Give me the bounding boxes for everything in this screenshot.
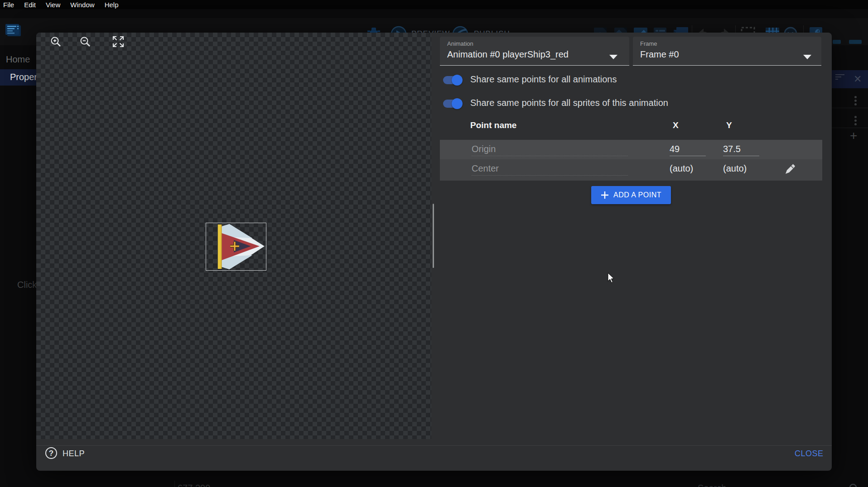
share-points-all-animations-label: Share same points for all animations bbox=[470, 74, 617, 85]
status-bar: 677,299 bbox=[0, 480, 868, 487]
point-x-field[interactable]: 49 bbox=[670, 144, 706, 156]
menu-view[interactable]: View bbox=[46, 1, 60, 9]
zoom-in-icon[interactable] bbox=[49, 35, 63, 49]
chevron-down-icon bbox=[609, 55, 617, 59]
point-y-field[interactable]: 37.5 bbox=[723, 144, 759, 156]
close-button[interactable]: CLOSE bbox=[795, 449, 824, 458]
table-row-origin: Origin 49 37.5 bbox=[440, 140, 822, 159]
menu-window[interactable]: Window bbox=[70, 1, 94, 9]
column-header-name: Point name bbox=[470, 120, 516, 130]
tab-properties-label: Proper bbox=[10, 72, 36, 82]
sprite-selection-rect[interactable] bbox=[206, 223, 266, 271]
row-separator bbox=[832, 108, 868, 108]
point-name: Center bbox=[472, 163, 628, 176]
row-separator bbox=[832, 128, 868, 128]
sprite-canvas[interactable] bbox=[36, 33, 431, 439]
plus-icon bbox=[601, 191, 609, 199]
column-header-y: Y bbox=[726, 120, 732, 130]
animation-select-label: Animation bbox=[447, 40, 473, 47]
toolbar-fragment bbox=[833, 40, 841, 44]
menu-edit[interactable]: Edit bbox=[24, 1, 36, 9]
panel-close-icon[interactable]: ✕ bbox=[854, 73, 862, 85]
share-points-all-sprites-label: Share same points for all sprites of thi… bbox=[470, 98, 668, 108]
point-name: Origin bbox=[472, 144, 628, 156]
add-point-button[interactable]: ADD A POINT bbox=[591, 186, 671, 204]
menu-file[interactable]: File bbox=[3, 1, 14, 9]
tab-properties[interactable]: Proper bbox=[0, 69, 36, 86]
chevron-down-icon bbox=[803, 55, 811, 59]
row-menu-icon[interactable] bbox=[854, 116, 857, 118]
column-header-x: X bbox=[673, 120, 679, 130]
menu-help[interactable]: Help bbox=[105, 1, 119, 9]
search-icon[interactable] bbox=[848, 482, 860, 487]
point-y-field[interactable]: (auto) bbox=[723, 163, 759, 175]
filter-icon[interactable] bbox=[835, 73, 844, 80]
help-button[interactable]: HELP bbox=[63, 449, 85, 458]
animation-select[interactable]: Animation Animation #0 playerShip3_red bbox=[440, 37, 629, 66]
share-points-all-sprites-toggle[interactable] bbox=[443, 100, 461, 108]
share-points-all-animations-toggle[interactable] bbox=[443, 76, 461, 84]
frame-select[interactable]: Frame Frame #0 bbox=[633, 37, 821, 66]
frame-select-label: Frame bbox=[640, 40, 657, 47]
statusbar-divider bbox=[174, 481, 175, 487]
zoom-out-icon[interactable] bbox=[79, 35, 92, 49]
row-menu-icon[interactable] bbox=[854, 96, 857, 98]
menu-bar: File Edit View Window Help bbox=[0, 0, 868, 9]
help-icon[interactable]: ? bbox=[45, 447, 57, 459]
search-input[interactable] bbox=[698, 482, 843, 487]
project-manager-icon[interactable] bbox=[4, 24, 23, 39]
panel-hint-text: Click bbox=[17, 280, 36, 290]
fit-to-screen-icon[interactable] bbox=[111, 35, 125, 48]
edit-points-dialog: Animation Animation #0 playerShip3_red F… bbox=[36, 33, 832, 471]
question-mark: ? bbox=[49, 449, 53, 458]
tab-home[interactable]: Home bbox=[6, 54, 30, 65]
canvas-vertical-scrollbar[interactable] bbox=[433, 204, 434, 268]
edit-point-icon[interactable] bbox=[783, 163, 796, 176]
toolbar-fragment bbox=[849, 40, 862, 44]
cursor-coordinates: 677,299 bbox=[178, 483, 210, 487]
add-point-label: ADD A POINT bbox=[613, 191, 661, 199]
mouse-cursor bbox=[608, 272, 615, 283]
frame-select-value: Frame #0 bbox=[640, 49, 679, 60]
point-x-field[interactable]: (auto) bbox=[670, 163, 706, 175]
table-row-center: Center (auto) (auto) bbox=[440, 159, 822, 181]
player-ship-sprite bbox=[206, 223, 266, 270]
footer-divider bbox=[36, 445, 832, 446]
properties-panel-header bbox=[832, 70, 868, 88]
animation-select-value: Animation #0 playerShip3_red bbox=[447, 49, 569, 60]
add-row-icon[interactable]: + bbox=[850, 129, 857, 143]
